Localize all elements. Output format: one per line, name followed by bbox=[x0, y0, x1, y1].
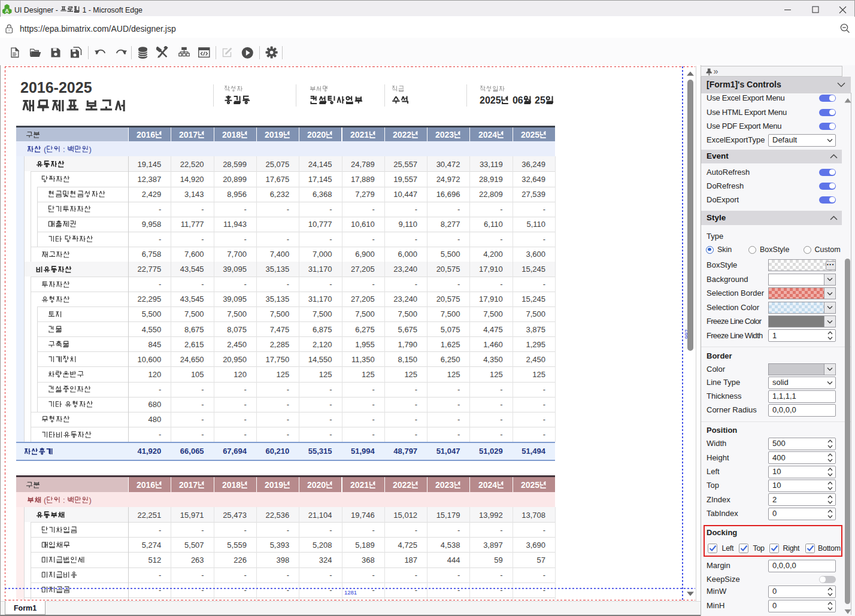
svg-text:2016: 2016 bbox=[137, 130, 155, 139]
svg-text:2024: 2024 bbox=[478, 130, 497, 139]
svg-text:2025: 2025 bbox=[521, 480, 539, 490]
svg-text:2022: 2022 bbox=[393, 480, 411, 490]
svg-text:A: A bbox=[5, 7, 9, 14]
svg-text:2023: 2023 bbox=[435, 130, 454, 139]
svg-text::: : bbox=[60, 496, 67, 505]
svg-text::: : bbox=[60, 145, 67, 154]
svg-text:1 - Microsoft Edge: 1 - Microsoft Edge bbox=[80, 6, 142, 14]
svg-text:2020: 2020 bbox=[307, 130, 326, 139]
svg-text:): ) bbox=[89, 496, 91, 505]
svg-text:2017: 2017 bbox=[179, 130, 198, 139]
svg-text:25: 25 bbox=[532, 96, 545, 106]
svg-text:(: ( bbox=[44, 145, 47, 154]
svg-text:2017: 2017 bbox=[179, 480, 198, 490]
svg-text:2024: 2024 bbox=[478, 480, 497, 490]
svg-text:2018: 2018 bbox=[222, 480, 241, 490]
svg-text:06: 06 bbox=[510, 96, 523, 106]
svg-text:2016: 2016 bbox=[137, 480, 155, 490]
svg-text:2020: 2020 bbox=[307, 480, 326, 490]
svg-text:2025: 2025 bbox=[521, 130, 539, 139]
svg-text:UI Designer -: UI Designer - bbox=[14, 6, 60, 14]
svg-text:2016-2025: 2016-2025 bbox=[20, 79, 92, 96]
svg-text:(: ( bbox=[44, 496, 47, 505]
svg-text:2019: 2019 bbox=[265, 480, 283, 490]
svg-text:): ) bbox=[89, 145, 91, 154]
svg-text:2023: 2023 bbox=[435, 480, 454, 490]
svg-text:2019: 2019 bbox=[265, 130, 283, 139]
svg-text:2018: 2018 bbox=[222, 130, 241, 139]
svg-text:2022: 2022 bbox=[393, 130, 411, 139]
svg-text:2021: 2021 bbox=[350, 480, 369, 490]
svg-text:2025: 2025 bbox=[480, 96, 501, 106]
svg-text:2021: 2021 bbox=[350, 130, 369, 139]
